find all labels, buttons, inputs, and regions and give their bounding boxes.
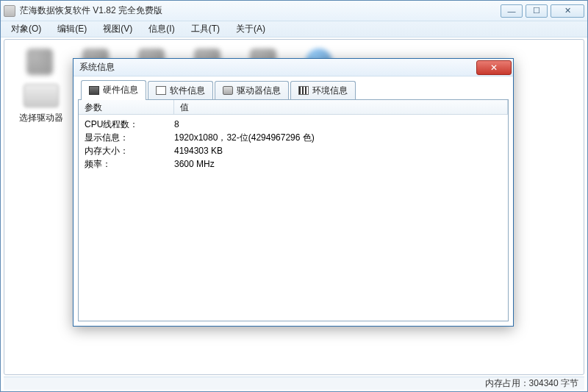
- bars-icon: [298, 86, 309, 95]
- tab-label: 环境信息: [312, 85, 348, 97]
- titlebar: 茫海数据恢复软件 V1.82 完全免费版 — ☐ ✕: [1, 1, 587, 21]
- cell-param: 频率：: [79, 158, 174, 171]
- tab-environment[interactable]: 环境信息: [290, 81, 356, 99]
- dialog-body: 硬件信息 软件信息 驱动器信息 环境信息 参数 值: [78, 81, 509, 321]
- list-header: 参数 值: [79, 100, 508, 115]
- window-title: 茫海数据恢复软件 V1.82 完全免费版: [20, 4, 501, 17]
- list-body: CPU线程数： 8 显示信息： 1920x1080，32-位(429496729…: [79, 115, 508, 174]
- tab-label: 驱动器信息: [237, 85, 281, 97]
- column-value[interactable]: 值: [174, 100, 508, 114]
- dialog-title: 系统信息: [79, 61, 476, 74]
- tab-hardware[interactable]: 硬件信息: [81, 80, 146, 99]
- cell-param: CPU线程数：: [79, 118, 174, 131]
- table-row: 频率： 3600 MHz: [79, 157, 508, 171]
- drive-selector[interactable]: 选择驱动器: [12, 84, 71, 124]
- statusbar: 内存占用：304340 字节: [4, 377, 584, 390]
- app-icon: [4, 5, 15, 17]
- table-row: CPU线程数： 8: [79, 118, 508, 131]
- drive-icon: [223, 86, 233, 95]
- menu-info[interactable]: 信息(I): [141, 21, 182, 37]
- cell-param: 内存大小：: [79, 145, 174, 157]
- dialog-close-button[interactable]: ✕: [476, 60, 512, 75]
- tab-label: 软件信息: [170, 85, 205, 97]
- menu-view[interactable]: 视图(V): [96, 21, 140, 37]
- toolbar-icon[interactable]: [26, 49, 53, 75]
- dialog-titlebar: 系统信息 ✕: [74, 59, 513, 76]
- tab-label: 硬件信息: [103, 84, 138, 96]
- menu-object[interactable]: 对象(O): [4, 21, 49, 37]
- tab-software[interactable]: 软件信息: [148, 81, 213, 99]
- cell-value: 4194303 KB: [174, 146, 223, 156]
- cell-value: 1920x1080，32-位(4294967296 色): [174, 132, 315, 144]
- main-window: 茫海数据恢复软件 V1.82 完全免费版 — ☐ ✕ 对象(O) 编辑(E) 视…: [0, 0, 588, 392]
- tab-pane: 参数 值 CPU线程数： 8 显示信息： 1920x1080，32-位(4294…: [78, 100, 509, 321]
- tab-drivers[interactable]: 驱动器信息: [215, 81, 289, 99]
- close-button[interactable]: ✕: [551, 4, 584, 18]
- menu-about[interactable]: 关于(A): [229, 21, 273, 37]
- drive-label: 选择驱动器: [12, 112, 71, 124]
- cell-value: 8: [174, 119, 179, 129]
- table-row: 显示信息： 1920x1080，32-位(4294967296 色): [79, 131, 508, 144]
- cell-param: 显示信息：: [79, 132, 174, 144]
- menu-tools[interactable]: 工具(T): [184, 21, 227, 37]
- menubar: 对象(O) 编辑(E) 视图(V) 信息(I) 工具(T) 关于(A): [1, 21, 587, 38]
- window-buttons: — ☐ ✕: [501, 4, 584, 18]
- system-info-dialog: 系统信息 ✕ 硬件信息 软件信息 驱动器信息 环境信息: [73, 58, 514, 327]
- dialog-tabs: 硬件信息 软件信息 驱动器信息 环境信息: [78, 81, 509, 100]
- menu-edit[interactable]: 编辑(E): [50, 21, 94, 37]
- table-row: 内存大小： 4194303 KB: [79, 144, 508, 157]
- window-icon: [156, 86, 166, 95]
- minimize-button[interactable]: —: [501, 4, 523, 18]
- cell-value: 3600 MHz: [174, 159, 215, 169]
- column-param[interactable]: 参数: [79, 100, 174, 114]
- drive-icon: [24, 84, 59, 107]
- status-text: 内存占用：304340 字节: [485, 377, 578, 390]
- maximize-button[interactable]: ☐: [526, 4, 548, 18]
- chip-icon: [89, 86, 99, 95]
